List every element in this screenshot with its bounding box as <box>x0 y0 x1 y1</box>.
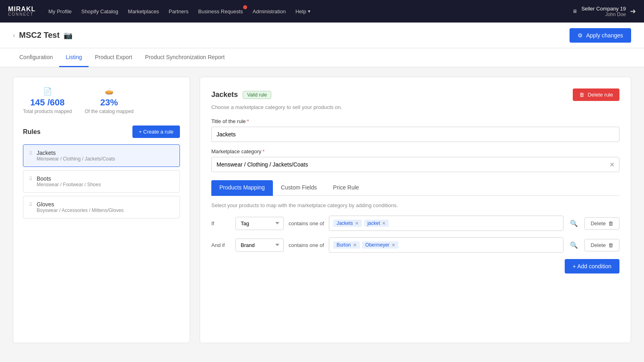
tag-chip-burton: Burton ✕ <box>333 241 359 249</box>
rule-path-gloves: Boyswear / Accessories / Mittens/Gloves <box>37 208 124 213</box>
category-clear-icon[interactable]: ✕ <box>609 161 615 169</box>
sub-tabs: Products Mapping Custom Fields Price Rul… <box>211 180 619 196</box>
logo-mirakl: MIRAKL <box>8 6 35 12</box>
delete-icon-1: 🗑 <box>608 220 613 226</box>
camera-icon[interactable]: 📷 <box>64 31 72 40</box>
condition-row-2: And if Tag Brand Product Type Vendor Col… <box>211 237 619 253</box>
back-arrow-icon[interactable]: ‹ <box>13 32 15 39</box>
condition-field-select-2[interactable]: Tag Brand Product Type Vendor Collection <box>235 239 284 252</box>
add-condition-row: + Add condition <box>211 259 619 274</box>
rule-path-boots: Menswear / Footwear / Shoes <box>37 182 101 187</box>
rule-item-gloves[interactable]: ⠿ Gloves Boyswear / Accessories / Mitten… <box>23 196 180 218</box>
logout-icon[interactable]: ➜ <box>630 7 636 16</box>
drag-handle-icon: ⠿ <box>29 150 33 156</box>
remove-tag-jackets[interactable]: ✕ <box>355 221 359 226</box>
condition-tags-2[interactable]: Burton ✕ Obermeyer ✕ <box>329 237 564 253</box>
category-input-wrapper: ✕ <box>211 157 619 172</box>
tag-chip-jacket: jacket ✕ <box>364 220 389 227</box>
conditions-hint: Select your products to map with the mar… <box>211 202 619 208</box>
trash-icon: 🗑 <box>579 92 584 98</box>
gear-icon: ⚙ <box>578 32 583 39</box>
title-of-rule-input[interactable] <box>211 127 619 142</box>
category-required-marker: * <box>262 148 264 154</box>
rule-item-jackets[interactable]: ⠿ Jackets Menswear / Clothing / Jackets/… <box>23 144 180 167</box>
nav-help[interactable]: Help ▾ <box>295 8 310 14</box>
delete-condition-1-button[interactable]: Delete 🗑 <box>584 217 619 230</box>
apply-changes-button[interactable]: ⚙ Apply changes <box>570 28 631 43</box>
subtab-custom-fields[interactable]: Custom Fields <box>273 180 325 196</box>
delete-icon-2: 🗑 <box>608 242 613 248</box>
subtab-price-rule[interactable]: Price Rule <box>325 180 367 196</box>
rule-detail-title: Jackets <box>211 90 238 99</box>
valid-badge: Valid rule <box>243 91 271 99</box>
subtab-products-mapping[interactable]: Products Mapping <box>211 180 273 196</box>
drag-handle-icon: ⠿ <box>29 175 33 182</box>
main-content: 📄 145 /608 Total products mapped 🥧 23% O… <box>0 67 644 353</box>
nav-shopify-catalog[interactable]: Shopify Catalog <box>81 8 118 14</box>
condition-tags-1[interactable]: Jackets ✕ jacket ✕ <box>329 216 564 231</box>
create-rule-button[interactable]: + Create a rule <box>132 125 180 138</box>
help-chevron-icon: ▾ <box>308 8 310 14</box>
condition-row-1: If Tag Brand Product Type Vendor Collect… <box>211 216 619 231</box>
rule-path-jackets: Menswear / Clothing / Jackets/Coats <box>37 156 115 162</box>
condition-prefix-2: And if <box>211 242 231 248</box>
left-panel: 📄 145 /608 Total products mapped 🥧 23% O… <box>13 77 190 343</box>
tab-product-sync-report[interactable]: Product Synchronization Report <box>138 48 231 67</box>
stat-products-mapped: 📄 145 /608 Total products mapped <box>23 87 72 114</box>
search-condition-1-button[interactable]: 🔍 <box>568 218 580 229</box>
search-condition-2-button[interactable]: 🔍 <box>568 240 580 251</box>
stats-row: 📄 145 /608 Total products mapped 🥧 23% O… <box>23 87 180 114</box>
rule-item-boots[interactable]: ⠿ Boots Menswear / Footwear / Shoes <box>23 170 180 193</box>
category-field-label: Marketplace category * <box>211 148 619 154</box>
stat-number-mapped: 145 /608 <box>30 97 65 108</box>
products-icon: 📄 <box>43 87 52 96</box>
tag-chip-jackets: Jackets ✕ <box>333 220 362 227</box>
page-title: MSC2 Test <box>19 31 60 40</box>
delete-condition-2-button[interactable]: Delete 🗑 <box>584 239 619 251</box>
nav-administration[interactable]: Administration <box>253 8 286 14</box>
rule-detail-header: Jackets Valid rule 🗑 Delete rule <box>211 88 619 101</box>
stat-label-mapped: Total products mapped <box>23 109 72 114</box>
condition-field-select-1[interactable]: Tag Brand Product Type Vendor Collection <box>235 217 284 230</box>
nav-marketplaces[interactable]: Marketplaces <box>128 8 159 14</box>
rule-subtitle: Choose a marketplace category to sell yo… <box>211 104 619 110</box>
marketplace-category-input[interactable] <box>211 157 619 172</box>
nav-partners[interactable]: Partners <box>169 8 188 14</box>
condition-prefix-1: If <box>211 220 231 226</box>
navbar: MIRAKL CONNECT My Profile Shopify Catalo… <box>0 0 644 23</box>
monitor-icon: 🖥 <box>572 8 577 14</box>
tab-configuration[interactable]: Configuration <box>13 48 59 67</box>
stat-label-catalog: Of the catalog mapped <box>85 109 133 114</box>
rules-header: Rules + Create a rule <box>23 125 180 138</box>
user-company: Seller Company 19 <box>581 6 626 12</box>
rule-name-boots: Boots <box>37 175 101 182</box>
user-name: John Doe <box>581 12 626 17</box>
delete-rule-button[interactable]: 🗑 Delete rule <box>573 88 619 101</box>
drag-handle-icon: ⠿ <box>29 201 33 208</box>
remove-tag-jacket[interactable]: ✕ <box>382 221 386 226</box>
stat-catalog-mapped: 🥧 23% Of the catalog mapped <box>85 87 133 114</box>
title-required-marker: * <box>247 118 249 124</box>
tabs-bar: Configuration Listing Product Export Pro… <box>0 48 644 67</box>
page-header: ‹ MSC2 Test 📷 ⚙ Apply changes <box>0 23 644 48</box>
tab-listing[interactable]: Listing <box>59 48 88 67</box>
right-panel: Jackets Valid rule 🗑 Delete rule Choose … <box>200 77 631 343</box>
rules-title: Rules <box>23 128 41 136</box>
tab-product-export[interactable]: Product Export <box>89 48 139 67</box>
logo[interactable]: MIRAKL CONNECT <box>8 6 35 16</box>
rule-name-gloves: Gloves <box>37 201 124 208</box>
condition-operator-1: contains one of <box>289 220 324 226</box>
business-requests-badge <box>243 5 247 9</box>
condition-operator-2: contains one of <box>289 242 324 248</box>
rule-name-jackets: Jackets <box>37 150 115 156</box>
add-condition-button[interactable]: + Add condition <box>565 259 619 274</box>
tag-chip-obermeyer: Obermeyer ✕ <box>362 241 398 249</box>
title-field-label: Title of the rule * <box>211 118 619 124</box>
remove-tag-burton[interactable]: ✕ <box>353 243 357 248</box>
nav-business-requests[interactable]: Business Requests <box>198 8 243 14</box>
stat-number-catalog: 23% <box>100 97 118 108</box>
user-info: 🖥 Seller Company 19 John Doe ➜ <box>572 6 636 17</box>
remove-tag-obermeyer[interactable]: ✕ <box>392 243 395 248</box>
nav-my-profile[interactable]: My Profile <box>48 8 72 14</box>
catalog-icon: 🥧 <box>105 87 114 96</box>
